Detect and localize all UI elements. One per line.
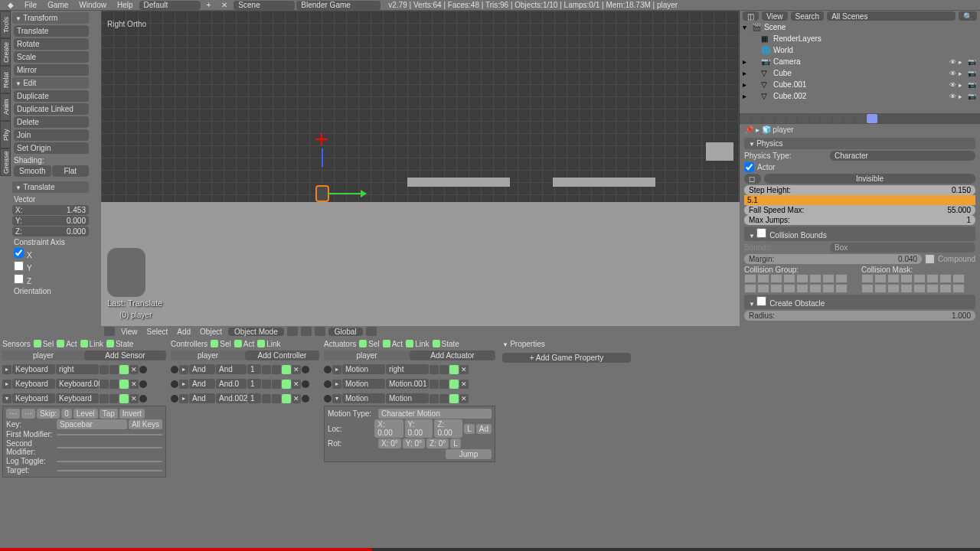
editor-type-icon[interactable] — [104, 327, 115, 336]
sens-link[interactable]: Link — [80, 340, 103, 348]
shading-icon[interactable] — [287, 327, 298, 336]
coll-mask-grid[interactable] — [861, 274, 975, 293]
duplicate-linked-button[interactable]: Duplicate Linked — [14, 103, 89, 115]
vp-menu-add[interactable]: Add — [174, 328, 194, 336]
vec-y[interactable]: Y:0.000 — [12, 216, 89, 226]
menu-window[interactable]: Window — [74, 1, 111, 9]
tab-particles[interactable] — [855, 114, 866, 123]
fall-speed-slider[interactable]: Fall Speed Max:55.000 — [744, 205, 975, 215]
outliner[interactable]: ▾🎬Scene ▦RenderLayers 🌐World ▸📷Camera👁▸📷… — [740, 21, 980, 113]
delete-button[interactable]: Delete — [14, 116, 89, 128]
act-sel[interactable]: Sel — [359, 340, 379, 348]
act-act[interactable]: Act — [383, 340, 403, 348]
layers-icon[interactable] — [366, 327, 377, 336]
outliner-search[interactable]: Search — [791, 11, 825, 21]
duplicate-button[interactable]: Duplicate — [14, 90, 89, 102]
sens-state[interactable]: State — [106, 340, 133, 348]
scene-dropdown[interactable]: Scene — [234, 1, 295, 10]
gizmo-x-axis[interactable] — [328, 193, 366, 194]
outliner-camera[interactable]: Camera — [773, 57, 801, 66]
set-origin-button[interactable]: Set Origin — [14, 142, 89, 154]
outliner-cube002[interactable]: Cube.002 — [773, 92, 806, 100]
invert-button[interactable]: Invert — [119, 409, 145, 419]
tab-object[interactable] — [786, 114, 797, 123]
flat-button[interactable]: Flat — [52, 165, 90, 177]
tab-material[interactable] — [832, 114, 843, 123]
phys-type-dropdown[interactable]: Character — [830, 151, 975, 161]
caxis-y[interactable]: Y — [12, 260, 89, 273]
sens-sel[interactable]: Sel — [34, 340, 54, 348]
outliner-view[interactable]: View — [762, 11, 788, 21]
allkeys-button[interactable]: All Keys — [129, 419, 162, 429]
tab-constraints[interactable] — [798, 114, 808, 123]
video-progress-bar[interactable] — [0, 548, 980, 551]
controllers-title[interactable]: Controllers — [171, 340, 207, 348]
mode-dropdown[interactable]: Object Mode — [228, 328, 284, 336]
loc-z[interactable]: Z: 0.00 — [434, 419, 462, 438]
outliner-search-icon[interactable]: 🔍 — [959, 11, 977, 21]
act-state[interactable]: State — [433, 340, 459, 348]
sensor-brick-1[interactable]: ▸KeyboardKeyboard.001✕ — [2, 378, 166, 390]
max-jumps-field[interactable]: Max Jumps:1 — [744, 215, 975, 225]
sens-act[interactable]: Act — [57, 340, 77, 348]
outliner-type-icon[interactable]: ◫ — [743, 11, 759, 21]
toolshelf-scrollbar[interactable] — [90, 11, 101, 337]
cont-sel[interactable]: Sel — [211, 340, 230, 348]
layout-del[interactable]: ✕ — [217, 1, 232, 9]
operator-header[interactable]: Translate — [12, 181, 89, 193]
outliner-scene[interactable]: Scene — [764, 23, 786, 31]
jump-force-input[interactable] — [744, 195, 975, 205]
scale-button[interactable]: Scale — [14, 51, 89, 63]
rot-z[interactable]: Z: 0° — [426, 439, 449, 448]
tab-create[interactable]: Create — [0, 38, 11, 66]
target-field[interactable] — [57, 470, 162, 471]
actuator-brick-1[interactable]: ▸MotionMotion.001✕ — [324, 378, 495, 390]
vp-menu-select[interactable]: Select — [144, 328, 172, 336]
loc-l[interactable]: L — [464, 424, 475, 434]
firstmod-field[interactable] — [57, 434, 162, 435]
layout-add[interactable]: + — [202, 1, 216, 9]
tab-texture[interactable] — [844, 114, 854, 123]
outliner-filter[interactable]: All Scenes — [827, 11, 956, 21]
tab-relations[interactable]: Relat — [0, 66, 11, 93]
tab-render[interactable] — [740, 114, 751, 123]
physics-header[interactable]: Physics — [744, 138, 975, 149]
key-field[interactable]: Spacebar — [57, 419, 127, 429]
menu-help[interactable]: Help — [113, 1, 138, 9]
ghost-icon[interactable]: ◻ — [744, 174, 761, 184]
sensors-title[interactable]: Sensors — [2, 340, 31, 348]
level-button[interactable]: Level — [74, 409, 98, 419]
vec-x[interactable]: X:1.453 — [12, 205, 89, 215]
outliner-cube001[interactable]: Cube.001 — [773, 80, 806, 89]
smooth-button[interactable]: Smooth — [14, 165, 51, 177]
add-sensor-button[interactable]: Add Sensor — [84, 350, 166, 360]
manipulator-icon[interactable] — [315, 327, 325, 336]
rot-l[interactable]: L — [450, 439, 461, 448]
sensor-brick-2[interactable]: ▾KeyboardKeyboard✕ — [2, 393, 166, 404]
tab-anim[interactable]: Anim — [0, 93, 11, 121]
secmod-field[interactable] — [57, 447, 162, 448]
viewport-3d[interactable]: Right Ortho Last: Translate (0) player — [101, 11, 740, 326]
layout-dropdown[interactable]: Default — [139, 1, 201, 10]
tab-modifiers[interactable] — [809, 114, 820, 123]
gizmo-z-axis[interactable] — [322, 148, 323, 167]
caxis-z[interactable]: Z — [12, 273, 89, 286]
cont-act[interactable]: Act — [234, 340, 254, 348]
actuator-brick-2[interactable]: ▾MotionMotion✕ — [324, 393, 495, 404]
vec-z[interactable]: Z:0.000 — [12, 227, 89, 236]
add-controller-button[interactable]: Add Controller — [245, 350, 319, 360]
engine-dropdown[interactable]: Blender Game — [296, 1, 381, 10]
tab-renderlayers[interactable] — [752, 114, 763, 123]
blender-icon[interactable]: ◆ — [3, 1, 18, 9]
controller-brick-0[interactable]: ▸AndAnd1✕ — [171, 364, 319, 375]
tap-button[interactable]: Tap — [100, 409, 118, 419]
properties-header[interactable]: Properties — [502, 338, 631, 350]
caxis-x[interactable]: X — [12, 247, 89, 260]
loc-x[interactable]: X: 0.00 — [374, 419, 403, 438]
loc-ad[interactable]: Ad — [476, 424, 492, 434]
tab-grease[interactable]: Grease — [0, 148, 11, 176]
join-button[interactable]: Join — [14, 129, 89, 141]
tab-data[interactable] — [821, 114, 831, 123]
collision-bounds-header[interactable]: Collision Bounds — [744, 227, 975, 241]
sensor-brick-0[interactable]: ▸Keyboardright✕ — [2, 364, 166, 375]
